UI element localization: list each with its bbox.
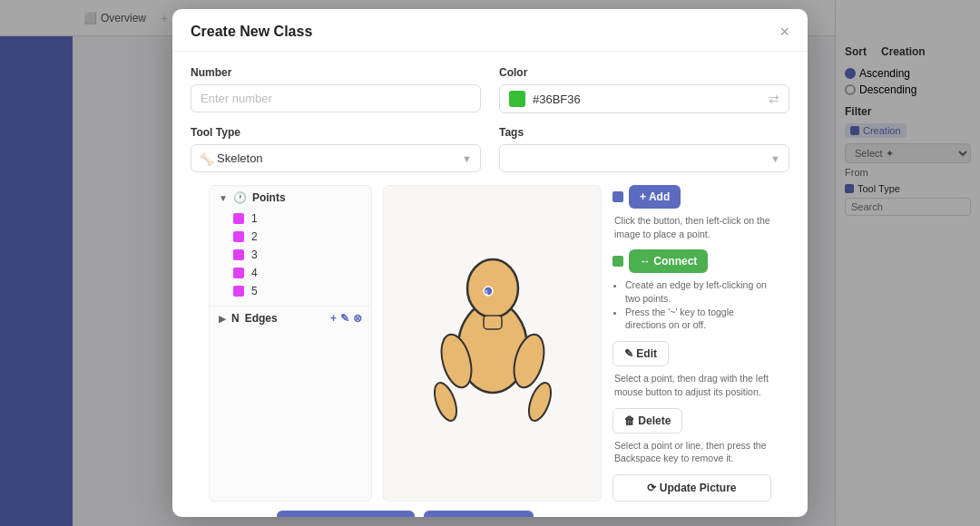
color-clear-icon[interactable]: ⇄ bbox=[769, 92, 779, 106]
point-label-3: 3 bbox=[251, 248, 258, 261]
form-row-2: Tool Type 🦴 Skeleton ▼ Tags ▼ bbox=[191, 126, 789, 172]
point-color-5 bbox=[233, 286, 244, 297]
modal-header: Create New Class × bbox=[172, 9, 808, 52]
edges-header: ▶ N Edges + ✎ ⊗ bbox=[210, 306, 371, 330]
create-class-modal: Create New Class × Number Color #36BF36 … bbox=[172, 9, 808, 517]
edit-action-section: ✎ Edit Select a point, then drag with th… bbox=[612, 341, 771, 398]
content-area: ▼ 🕐 Points 1 2 bbox=[191, 185, 789, 502]
connect-description: Create an edge by left-clicking on two p… bbox=[612, 278, 771, 332]
tags-select-wrapper: ▼ bbox=[499, 144, 789, 172]
color-input-field[interactable]: #36BF36 ⇄ bbox=[499, 84, 789, 113]
modal-body: Number Color #36BF36 ⇄ Tool Type 🦴 Skel bbox=[172, 52, 808, 517]
tags-label: Tags bbox=[499, 126, 789, 139]
point-label-1: 1 bbox=[251, 212, 258, 225]
svg-point-1 bbox=[467, 259, 518, 317]
action-panel: + Add Click the button, then left-click … bbox=[612, 185, 771, 502]
tool-type-group: Tool Type 🦴 Skeleton ▼ bbox=[191, 126, 481, 172]
delete-edge-icon[interactable]: ⊗ bbox=[353, 312, 362, 325]
points-list: 1 2 3 4 bbox=[219, 209, 362, 300]
add-button[interactable]: + Add bbox=[629, 185, 681, 209]
points-header[interactable]: ▼ 🕐 Points bbox=[219, 191, 362, 204]
tags-select[interactable] bbox=[499, 144, 789, 172]
add-description: Click the button, then left-click on the… bbox=[612, 214, 771, 240]
point-color-1 bbox=[233, 213, 244, 224]
points-edges-panel: ▼ 🕐 Points 1 2 bbox=[209, 185, 372, 502]
edges-label: Edges bbox=[245, 312, 278, 325]
point-item-5[interactable]: 5 bbox=[219, 282, 362, 300]
modal-title: Create New Class bbox=[191, 24, 312, 40]
point-label-4: 4 bbox=[251, 267, 258, 279]
color-value: #36BF36 bbox=[533, 93, 761, 106]
add-edge-icon[interactable]: + bbox=[330, 312, 337, 325]
svg-rect-2 bbox=[484, 316, 502, 329]
point-color-3 bbox=[233, 249, 244, 260]
skeleton-figure-svg: 1 bbox=[402, 229, 583, 456]
edges-chevron-icon: ▶ bbox=[219, 314, 226, 324]
edit-button[interactable]: ✎ Edit bbox=[612, 341, 669, 366]
add-color-dot bbox=[612, 191, 623, 202]
tool-type-label: Tool Type bbox=[191, 126, 481, 139]
edit-description: Select a point, then drag with the left … bbox=[612, 372, 771, 398]
svg-text:1: 1 bbox=[485, 289, 488, 296]
manage-attributes-button[interactable]: Manage Attributes bbox=[424, 511, 534, 517]
edges-n-icon: N bbox=[231, 312, 240, 325]
edit-edge-icon[interactable]: ✎ bbox=[340, 312, 349, 325]
edges-actions: + ✎ ⊗ bbox=[330, 312, 362, 325]
point-item-2[interactable]: 2 bbox=[219, 228, 362, 246]
image-panel: 1 bbox=[383, 185, 602, 502]
color-group: Color #36BF36 ⇄ bbox=[499, 66, 789, 113]
connect-button[interactable]: ↔ Connect bbox=[629, 249, 708, 273]
point-item-1[interactable]: 1 bbox=[219, 209, 362, 228]
number-group: Number bbox=[191, 66, 481, 113]
close-button[interactable]: × bbox=[779, 24, 789, 40]
point-label-5: 5 bbox=[251, 285, 258, 297]
number-input[interactable] bbox=[191, 84, 481, 112]
delete-action-section: 🗑 Delete Select a point or line, then pr… bbox=[612, 408, 771, 465]
point-color-4 bbox=[233, 268, 244, 278]
points-label: Points bbox=[252, 191, 286, 204]
update-picture-button[interactable]: ⟳ Update Picture bbox=[612, 474, 771, 502]
points-chevron-icon: ▼ bbox=[219, 193, 228, 203]
clock-icon: 🕐 bbox=[233, 191, 247, 204]
form-row-1: Number Color #36BF36 ⇄ bbox=[191, 66, 789, 113]
connect-color-dot bbox=[612, 256, 623, 267]
delete-button[interactable]: 🗑 Delete bbox=[612, 408, 682, 433]
number-label: Number bbox=[191, 66, 481, 79]
point-label-2: 2 bbox=[251, 230, 258, 243]
tags-group: Tags ▼ bbox=[499, 126, 789, 172]
attributes-bar: Attributes(0) Advanced Configuration Man… bbox=[191, 502, 789, 517]
tool-type-select[interactable]: Skeleton bbox=[191, 144, 481, 172]
edges-toggle[interactable]: ▶ N Edges bbox=[219, 312, 278, 325]
advanced-config-button[interactable]: Advanced Configuration bbox=[277, 511, 415, 517]
connect-action-section: ↔ Connect Create an edge by left-clickin… bbox=[612, 249, 771, 332]
points-section: ▼ 🕐 Points 1 2 bbox=[210, 186, 371, 306]
point-color-2 bbox=[233, 231, 244, 242]
point-item-3[interactable]: 3 bbox=[219, 246, 362, 264]
add-action-section: + Add Click the button, then left-click … bbox=[612, 185, 771, 240]
delete-description: Select a point or line, then press the B… bbox=[612, 439, 771, 465]
tool-type-select-wrapper: 🦴 Skeleton ▼ bbox=[191, 144, 481, 172]
attributes-label: Attributes(0) bbox=[209, 516, 268, 517]
skeleton-icon: 🦴 bbox=[200, 151, 214, 165]
point-item-4[interactable]: 4 bbox=[219, 264, 362, 282]
color-label: Color bbox=[499, 66, 789, 79]
color-swatch bbox=[509, 91, 525, 107]
